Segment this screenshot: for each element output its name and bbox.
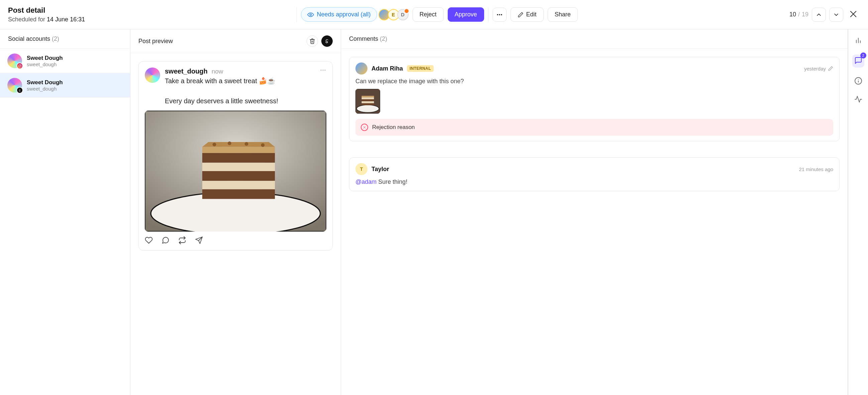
svg-rect-26 [362,103,374,105]
info-rail-button[interactable] [854,77,862,86]
threads-icon [17,87,23,94]
needs-approval-pill[interactable]: Needs approval (all) [301,7,377,22]
approve-button[interactable]: Approve [448,7,484,22]
pencil-icon [518,12,524,18]
right-rail: 2 [848,29,868,395]
instagram-icon [17,63,23,69]
network-filter-button[interactable] [321,35,333,47]
star-badge-icon [404,8,409,14]
comment-attachment[interactable] [355,89,380,113]
comment-author: Adam Riha [371,65,403,72]
svg-rect-12 [202,181,275,189]
ellipsis-icon [496,11,503,18]
activity-rail-button[interactable] [854,95,862,104]
page-title: Post detail [8,6,85,15]
edit-label: Edit [526,11,537,18]
svg-point-8 [21,65,21,65]
edit-button[interactable]: Edit [510,7,544,22]
pager-current: 10 [789,11,796,18]
info-icon [854,77,862,85]
close-icon [848,9,858,19]
schedule-line: Scheduled for 14 June 16:31 [8,16,85,23]
chevron-down-icon [833,11,840,18]
account-handle: sweet_dough [27,86,63,92]
svg-point-21 [261,143,265,147]
avatar [145,67,160,83]
accounts-count: (2) [52,35,59,42]
comment-body: @adam Sure thing! [355,178,833,186]
svg-point-3 [501,14,501,15]
divider [488,7,489,22]
comments-rail-button[interactable]: 2 [852,55,864,67]
preview-username: sweet_dough [165,67,208,75]
preview-timestamp: now [212,68,223,75]
svg-rect-15 [202,153,275,163]
svg-rect-13 [202,171,275,181]
preview-section-label: Post preview [138,38,173,45]
repost-icon[interactable] [178,236,186,244]
bar-chart-icon [854,36,862,44]
pager-sep: / [798,11,800,18]
avatar [355,63,368,74]
reviewer-avatar[interactable]: D [397,9,409,21]
preview-actions [145,236,326,244]
activity-icon [854,95,862,103]
svg-rect-14 [202,163,275,171]
preview-more-button[interactable]: ··· [320,67,326,73]
divider [297,7,297,22]
pager-prev-button[interactable] [812,8,826,22]
svg-point-25 [357,105,379,112]
comment-icon[interactable] [161,236,169,244]
account-name: Sweet Dough [27,79,63,86]
svg-rect-28 [362,99,374,101]
svg-rect-29 [362,97,374,99]
cake-image [145,110,326,232]
accounts-section-label: Social accounts [8,35,52,42]
share-button[interactable]: Share [548,7,578,22]
like-icon[interactable] [145,236,153,244]
comments-section-label: Comments [349,35,380,42]
delete-post-button[interactable] [307,35,318,47]
avatar [7,78,22,93]
cake-thumb-image [355,89,380,113]
svg-point-7 [19,65,21,66]
svg-point-2 [499,14,500,15]
preview-image[interactable] [145,110,326,232]
account-row[interactable]: Sweet Dough sweet_dough [0,73,130,98]
pager-next-button[interactable] [829,8,843,22]
comment-body: Can we replace the image with this one? [355,78,833,85]
preview-section-header: Post preview [130,29,341,53]
avatar: T [355,163,368,175]
rejection-label: Rejection reason [372,124,415,131]
svg-rect-27 [362,101,374,103]
rail-badge: 2 [860,53,866,59]
comments-count: (2) [380,35,387,42]
comment-time: 21 minutes ago [799,166,833,172]
mention[interactable]: @adam [355,178,376,185]
analytics-rail-button[interactable] [854,36,862,45]
close-button[interactable] [846,7,860,22]
svg-rect-11 [202,189,275,199]
internal-badge: INTERNAL [407,65,434,72]
header-bar: Post detail Scheduled for 14 June 16:31 … [0,0,868,29]
rejection-reason[interactable]: Rejection reason [355,119,833,136]
send-icon[interactable] [195,236,203,244]
eye-icon [307,11,314,18]
schedule-prefix: Scheduled for [8,16,47,23]
reject-button[interactable]: Reject [412,7,444,22]
rejection-icon [361,124,368,131]
chevron-up-icon [815,11,822,18]
svg-point-18 [213,143,216,146]
threads-icon [324,38,330,44]
svg-point-19 [228,141,231,145]
pencil-icon[interactable] [828,66,833,71]
avatar [7,54,22,68]
svg-point-20 [245,142,248,146]
comment-card: T Taylor 21 minutes ago @adam Sure thing… [349,157,840,191]
account-row[interactable]: Sweet Dough sweet_dough [0,49,130,73]
preview-body: Take a break with a sweet treat 🍰☕ Every… [165,76,278,106]
reviewer-avatars: E D [380,9,409,21]
accounts-section-header: Social accounts (2) [0,29,130,49]
svg-point-1 [497,14,498,15]
more-actions-button[interactable] [493,8,506,22]
